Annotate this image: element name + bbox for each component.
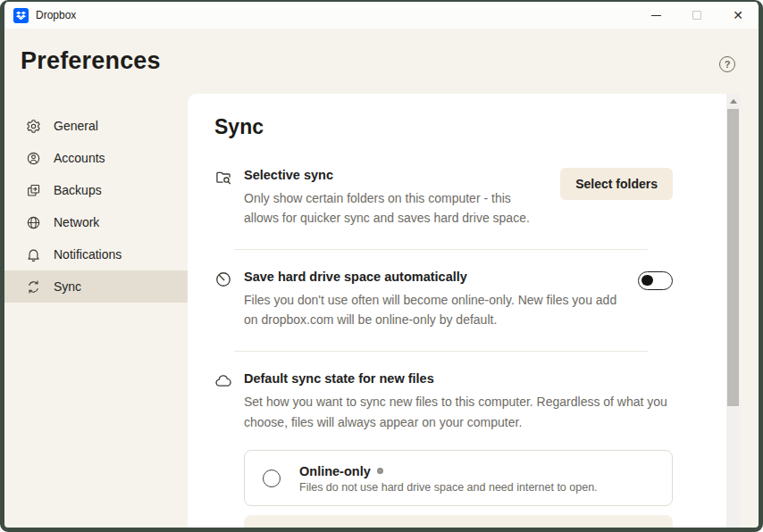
sidebar-item-backups[interactable]: Backups: [4, 174, 188, 206]
close-button[interactable]: ✕: [717, 2, 759, 29]
sidebar-item-accounts[interactable]: Accounts: [4, 142, 188, 174]
divider: [234, 249, 648, 250]
sidebar-item-label: Notifications: [54, 247, 122, 262]
gear-icon: [26, 119, 41, 134]
usage-clock-icon: [214, 270, 232, 329]
option-title: Online-only: [299, 464, 371, 478]
page-title: Preferences: [21, 47, 161, 75]
scrollbar-track[interactable]: [726, 94, 740, 528]
section-title: Selective sync: [244, 168, 549, 182]
cloud-icon: [214, 371, 232, 431]
select-folders-button[interactable]: Select folders: [560, 168, 673, 200]
section-title: Default sync state for new files: [244, 371, 673, 386]
section-default-sync-state: Default sync state for new files Set how…: [214, 371, 673, 431]
section-save-space: Save hard drive space automatically File…: [214, 270, 673, 329]
sidebar-item-general[interactable]: General: [4, 110, 188, 142]
dropbox-preferences-window: Dropbox ✕ Preferences ? General: [0, 0, 763, 532]
sidebar-item-notifications[interactable]: Notifications: [4, 238, 188, 270]
sidebar: General Accounts Backups: [4, 94, 188, 528]
sidebar-item-network[interactable]: Network: [4, 206, 188, 238]
sidebar-item-label: Network: [54, 215, 99, 229]
section-description: Set how you want to sync new files to th…: [244, 392, 673, 431]
sidebar-item-label: General: [54, 119, 98, 133]
scrollbar-thumb[interactable]: [727, 109, 739, 406]
sidebar-item-label: Sync: [54, 279, 81, 294]
option-card-partial[interactable]: [244, 515, 673, 528]
option-online-only[interactable]: Online-only Files do not use hard drive …: [244, 450, 673, 506]
section-description: Files you don't use often will become on…: [244, 290, 626, 329]
bell-icon: [26, 247, 41, 262]
person-circle-icon: [26, 151, 41, 166]
help-icon[interactable]: ?: [719, 56, 735, 72]
sidebar-item-sync[interactable]: Sync: [4, 270, 188, 303]
minimize-icon: [651, 15, 661, 16]
sidebar-item-label: Backups: [54, 183, 102, 197]
scroll-up-arrow-icon: [730, 99, 737, 104]
preferences-header: Preferences ?: [4, 29, 759, 94]
title-bar: Dropbox ✕: [4, 2, 759, 29]
globe-icon: [26, 215, 41, 230]
divider: [234, 351, 648, 352]
sync-state-options: Online-only Files do not use hard drive …: [244, 450, 673, 528]
sync-arrows-icon: [26, 279, 41, 295]
window-controls: ✕: [635, 2, 759, 29]
content-heading: Sync: [214, 115, 673, 139]
maximize-button[interactable]: [676, 2, 717, 29]
sidebar-item-label: Accounts: [54, 151, 105, 165]
toggle-knob: [641, 275, 653, 287]
folder-search-icon: [214, 168, 232, 228]
option-description: Files do not use hard drive space and ne…: [299, 481, 598, 494]
online-only-badge-icon: [377, 468, 383, 474]
section-description: Only show certain folders on this comput…: [244, 188, 549, 228]
section-title: Save hard drive space automatically: [244, 270, 626, 284]
backup-export-icon: [26, 183, 41, 198]
content-panel: Sync Selective sync Only show certain fo…: [188, 94, 740, 528]
section-selective-sync: Selective sync Only show certain folders…: [214, 168, 673, 228]
scroll-up-button[interactable]: [726, 94, 740, 108]
minimize-button[interactable]: [635, 2, 676, 29]
main-area: General Accounts Backups: [4, 94, 759, 528]
online-only-radio[interactable]: [263, 470, 281, 487]
save-space-toggle[interactable]: [638, 271, 673, 290]
dropbox-logo-icon: [13, 8, 29, 23]
close-icon: ✕: [733, 9, 743, 21]
window-title: Dropbox: [36, 9, 76, 21]
maximize-icon: [692, 11, 701, 20]
